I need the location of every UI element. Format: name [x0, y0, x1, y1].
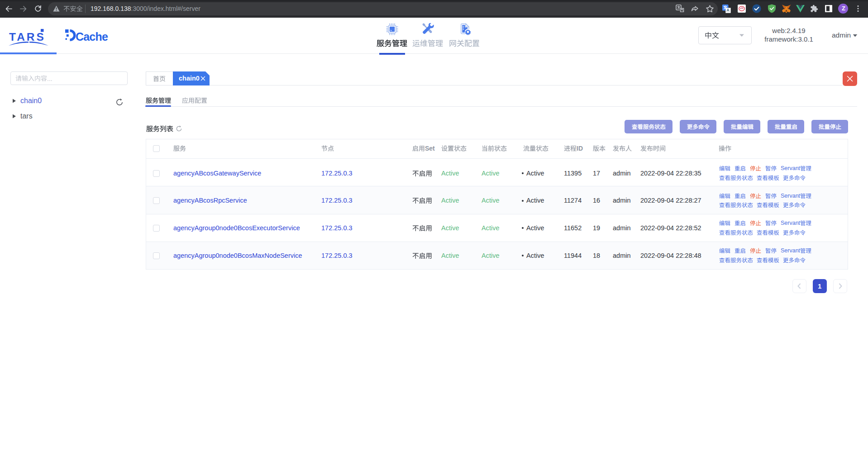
svg-text:TARS: TARS [9, 31, 46, 43]
svg-text:Cache: Cache [76, 30, 108, 43]
